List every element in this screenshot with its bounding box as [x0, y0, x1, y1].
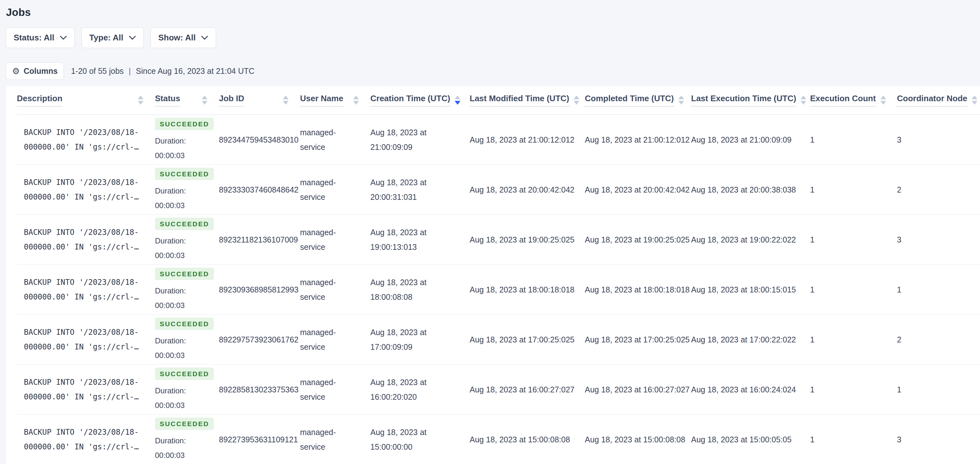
coordinator-node-cell: 2 — [897, 314, 980, 364]
columns-button[interactable]: ⚙ Columns — [6, 62, 64, 80]
since-timestamp: Since Aug 16, 2023 at 21:04 UTC — [136, 67, 254, 76]
sort-down-icon — [574, 101, 579, 105]
table-row: BACKUP INTO '/2023/08/18-000000.00' IN '… — [17, 265, 980, 314]
column-header[interactable]: Creation Time (UTC) — [371, 86, 469, 115]
duration: Duration: 00:00:03 — [155, 333, 207, 363]
column-header[interactable]: Last Execution Time (UTC) — [691, 86, 810, 115]
sort-down-icon — [353, 101, 359, 105]
sort-up-icon — [678, 96, 684, 99]
sort-up-icon — [880, 96, 886, 99]
coordinator-node-cell: 3 — [897, 115, 980, 164]
last-modified-time-cell: Aug 18, 2023 at 15:00:08:08 — [469, 415, 585, 464]
duration-label: Duration: — [155, 234, 207, 248]
sort-down-icon — [138, 101, 143, 105]
user-name-cell: managed-service — [300, 115, 371, 164]
gear-icon: ⚙ — [12, 67, 20, 75]
sort-icon — [796, 96, 806, 105]
user-name-cell: managed-service — [300, 364, 371, 415]
columns-button-label: Columns — [24, 67, 57, 76]
status-cell: SUCCEEDED Duration: 00:00:03 — [155, 115, 219, 164]
sort-icon — [349, 96, 359, 105]
status-badge: SUCCEEDED — [155, 317, 214, 330]
duration: Duration: 00:00:03 — [155, 234, 207, 263]
jobs-count: 1-20 of 55 jobs — [71, 67, 124, 76]
column-header-label: Completed Time (UTC) — [585, 94, 674, 107]
sort-up-icon — [138, 96, 143, 99]
column-header[interactable]: Completed Time (UTC) — [585, 86, 691, 115]
creation-time-cell: Aug 18, 2023 at 15:00:00:00 — [371, 415, 469, 464]
last-modified-time-cell: Aug 18, 2023 at 17:00:25:025 — [469, 314, 585, 364]
last-execution-time-cell: Aug 18, 2023 at 15:00:05:05 — [691, 415, 810, 464]
column-header[interactable]: Description — [17, 86, 155, 115]
execution-count-cell: 1 — [810, 215, 897, 265]
last-execution-time-cell: Aug 18, 2023 at 21:00:09:09 — [691, 115, 810, 164]
duration-value: 00:00:03 — [155, 248, 207, 263]
status-filter-dropdown[interactable]: Status: All — [6, 27, 75, 48]
execution-count-cell: 1 — [810, 164, 897, 215]
column-header-label: Status — [155, 94, 180, 107]
execution-count-cell: 1 — [810, 364, 897, 415]
status-badge: SUCCEEDED — [155, 418, 214, 430]
table-row: BACKUP INTO '/2023/08/18-000000.00' IN '… — [17, 215, 980, 265]
show-filter-label: Show: All — [159, 33, 196, 43]
jobs-table-card: Description Status Job ID User Name — [6, 86, 980, 464]
table-row: BACKUP INTO '/2023/08/18-000000.00' IN '… — [17, 415, 980, 464]
duration: Duration: 00:00:03 — [155, 284, 207, 313]
description-cell: BACKUP INTO '/2023/08/18-000000.00' IN '… — [17, 115, 155, 164]
last-execution-time-cell: Aug 18, 2023 at 16:00:24:024 — [691, 364, 810, 415]
type-filter-dropdown[interactable]: Type: All — [81, 27, 144, 48]
table-header-row: Description Status Job ID User Name — [17, 86, 980, 115]
status-filter-label: Status: All — [14, 33, 54, 43]
status-cell: SUCCEEDED Duration: 00:00:03 — [155, 415, 219, 464]
chevron-down-icon — [201, 36, 208, 40]
status-cell: SUCCEEDED Duration: 00:00:03 — [155, 364, 219, 415]
column-header-label: Coordinator Node — [897, 94, 967, 107]
jobs-table: Description Status Job ID User Name — [17, 86, 980, 464]
duration-value: 00:00:03 — [155, 348, 207, 363]
last-execution-time-cell: Aug 18, 2023 at 19:00:22:022 — [691, 215, 810, 265]
column-header[interactable]: User Name — [300, 86, 371, 115]
column-header[interactable]: Status — [155, 86, 219, 115]
status-badge: SUCCEEDED — [155, 118, 214, 130]
column-header-label: Execution Count — [810, 94, 876, 107]
duration-value: 00:00:03 — [155, 398, 207, 413]
completed-time-cell: Aug 18, 2023 at 19:00:25:025 — [585, 215, 691, 265]
table-row: BACKUP INTO '/2023/08/18-000000.00' IN '… — [17, 364, 980, 415]
filter-bar: Status: All Type: All Show: All — [6, 27, 216, 48]
sort-icon — [674, 96, 684, 105]
sort-up-icon — [353, 96, 359, 99]
sort-down-icon — [972, 101, 977, 105]
sort-icon — [197, 96, 207, 105]
column-header[interactable]: Last Modified Time (UTC) — [469, 86, 585, 115]
column-header-label: Creation Time (UTC) — [371, 94, 450, 107]
completed-time-cell: Aug 18, 2023 at 17:00:25:025 — [585, 314, 691, 364]
last-modified-time-cell: Aug 18, 2023 at 20:00:42:042 — [469, 164, 585, 215]
sort-icon — [876, 96, 886, 105]
sort-up-icon — [972, 96, 977, 99]
column-header[interactable]: Coordinator Node — [897, 86, 980, 115]
table-row: BACKUP INTO '/2023/08/18-000000.00' IN '… — [17, 164, 980, 215]
last-execution-time-cell: Aug 18, 2023 at 17:00:22:022 — [691, 314, 810, 364]
job-id-cell: 892285813023375363 — [219, 364, 300, 415]
status-badge: SUCCEEDED — [155, 368, 214, 380]
sort-down-icon — [202, 101, 207, 105]
sort-up-icon — [202, 96, 207, 99]
sort-up-icon — [800, 96, 806, 99]
status-badge: SUCCEEDED — [155, 268, 214, 280]
creation-time-cell: Aug 18, 2023 at 21:00:09:09 — [371, 115, 469, 164]
duration: Duration: 00:00:03 — [155, 134, 207, 163]
duration-value: 00:00:03 — [155, 198, 207, 213]
show-filter-dropdown[interactable]: Show: All — [151, 27, 216, 48]
column-header[interactable]: Job ID — [219, 86, 300, 115]
column-header-label: Description — [17, 94, 62, 107]
description-cell: BACKUP INTO '/2023/08/18-000000.00' IN '… — [17, 415, 155, 464]
last-execution-time-cell: Aug 18, 2023 at 20:00:38:038 — [691, 164, 810, 215]
table-row: BACKUP INTO '/2023/08/18-000000.00' IN '… — [17, 314, 980, 364]
coordinator-node-cell: 3 — [897, 215, 980, 265]
status-badge: SUCCEEDED — [155, 168, 214, 180]
user-name-cell: managed-service — [300, 265, 371, 314]
execution-count-cell: 1 — [810, 314, 897, 364]
column-header[interactable]: Execution Count — [810, 86, 897, 115]
status-cell: SUCCEEDED Duration: 00:00:03 — [155, 215, 219, 265]
job-id-cell: 892297573923061762 — [219, 314, 300, 364]
